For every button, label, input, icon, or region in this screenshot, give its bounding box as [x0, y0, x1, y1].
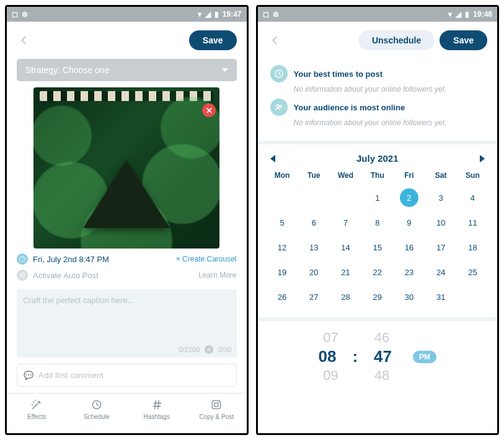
time-row-below: 09 : 48 [323, 367, 431, 384]
minute-selected[interactable]: 47 [374, 347, 392, 366]
calendar-day[interactable]: 30 [393, 288, 425, 306]
learn-more-link[interactable]: Learn More [198, 271, 236, 279]
calendar-day[interactable]: 25 [457, 263, 489, 281]
hash-count: 0/30 [218, 346, 231, 353]
audience-row[interactable]: Your audience is most online [270, 99, 485, 116]
phone-right: ◻ ⊚ ▾ ◢ ▮ 19:48 Unschedule Save [256, 5, 500, 435]
image-preview[interactable]: ✕ [33, 87, 219, 249]
wifi-icon: ▾ [448, 10, 452, 19]
best-times-title: Your best times to post [294, 69, 383, 79]
calendar-day[interactable]: 22 [361, 263, 393, 281]
caption-input[interactable]: Craft the perfect caption here... 0/2200… [17, 289, 237, 358]
status-left-icons: ◻ ⊚ [263, 10, 279, 19]
calendar-day[interactable]: 24 [425, 263, 457, 281]
auto-post-icon [17, 270, 28, 281]
back-icon[interactable] [17, 33, 30, 47]
ampm-toggle[interactable]: PM [413, 351, 436, 363]
calendar-day[interactable]: 18 [457, 238, 489, 257]
caption-counts: 0/2200 # 0/30 [179, 345, 231, 354]
calendar-day[interactable]: 15 [361, 238, 393, 257]
chevron-down-icon [222, 68, 228, 72]
save-button[interactable]: Save [189, 30, 237, 50]
calendar-day[interactable]: 26 [267, 288, 298, 306]
unschedule-button[interactable]: Unschedule [358, 30, 435, 50]
svg-point-8 [276, 105, 279, 107]
calendar-day[interactable]: 6 [298, 213, 330, 232]
auto-post-label[interactable]: Activate Auto Post [33, 271, 99, 280]
status-right-icons: ▾ ◢ ▮ 19:47 [198, 10, 242, 19]
calendar-day[interactable]: 21 [330, 263, 361, 281]
next-month-button[interactable] [480, 155, 485, 162]
schedule-time[interactable]: Fri, July 2nd 8:47 PM [33, 255, 109, 264]
hour-below: 09 [323, 367, 338, 384]
strategy-dropdown[interactable]: Strategy: Choose one [17, 59, 237, 81]
calendar-day[interactable]: 19 [267, 263, 298, 281]
calendar-day[interactable]: 9 [393, 213, 425, 232]
clock-icon-nav [91, 398, 103, 411]
calendar-day[interactable]: 10 [425, 213, 457, 232]
topbar: Unschedule Save [258, 22, 498, 59]
char-count: 0/2200 [179, 346, 200, 353]
app-right: Unschedule Save Your best times to post … [258, 22, 498, 433]
create-carousel-link[interactable]: + Create Carousel [176, 255, 237, 263]
audience-title: Your audience is most online [294, 103, 405, 112]
nav-effects-label: Effects [27, 413, 46, 420]
status-time: 19:48 [473, 10, 492, 19]
calendar-day[interactable]: 4 [457, 188, 489, 207]
nav-schedule[interactable]: Schedule [67, 394, 127, 425]
calendar-day[interactable]: 28 [330, 288, 361, 306]
audience-sub: No information about your online followe… [294, 118, 485, 127]
status-bar: ◻ ⊚ ▾ ◢ ▮ 19:47 [7, 7, 247, 22]
hash-icon [151, 398, 163, 411]
calendar-day[interactable]: 7 [330, 213, 361, 232]
calendar-day[interactable]: 31 [425, 288, 457, 306]
time-picker[interactable]: 07 : 46 08 : 47 PM 09 : 48 [258, 321, 498, 387]
calendar-day[interactable]: 13 [298, 238, 330, 257]
calendar-day [267, 188, 298, 207]
nav-effects[interactable]: Effects [7, 394, 67, 425]
minute-below: 48 [374, 367, 389, 384]
svg-point-6 [219, 402, 220, 403]
calendar-day[interactable]: 3 [425, 188, 457, 207]
hour-selected[interactable]: 08 [318, 347, 336, 366]
caption-placeholder: Craft the perfect caption here... [17, 289, 237, 311]
instagram-icon [210, 398, 223, 411]
calendar-day[interactable]: 29 [361, 288, 393, 306]
calendar-day[interactable]: 17 [425, 238, 457, 257]
best-times-sub: No information about your online followe… [294, 85, 485, 94]
dow-label: Sun [457, 171, 489, 182]
calendar-day[interactable]: 20 [298, 263, 330, 281]
calendar-day [457, 288, 489, 306]
calendar-day[interactable]: 8 [361, 213, 393, 232]
status-bar: ◻ ⊚ ▾ ◢ ▮ 19:48 [258, 7, 498, 22]
calendar-day[interactable]: 27 [298, 288, 330, 306]
calendar-day[interactable]: 5 [267, 213, 298, 232]
nav-copy-label: Copy & Post [199, 413, 234, 420]
calendar-day [298, 188, 330, 207]
calendar-day[interactable]: 14 [330, 238, 361, 257]
calendar-day[interactable]: 11 [457, 213, 489, 232]
calendar-day[interactable]: 12 [267, 238, 298, 257]
calendar-day[interactable]: 23 [393, 263, 425, 281]
dow-label: Tue [298, 171, 330, 182]
nav-copy-post[interactable]: Copy & Post [187, 394, 247, 425]
calendar-day[interactable]: 16 [393, 238, 425, 257]
wand-icon [30, 398, 43, 411]
first-comment-input[interactable]: 💬 Add first comment [17, 364, 237, 387]
save-button[interactable]: Save [440, 30, 487, 50]
hour-above: 07 [323, 330, 338, 346]
auto-post-row: Activate Auto Post Learn More [7, 270, 247, 286]
nav-hashtags[interactable]: Hashtags [126, 394, 187, 425]
calendar-day[interactable]: 2 [400, 188, 418, 207]
best-times-row[interactable]: Your best times to post [270, 65, 485, 82]
back-icon[interactable] [268, 33, 281, 47]
nav-hashtags-label: Hashtags [143, 413, 169, 420]
prev-month-button[interactable] [270, 155, 275, 162]
first-comment-placeholder: Add first comment [38, 371, 104, 380]
calendar-day[interactable]: 1 [361, 188, 393, 207]
app-icon-1: ◻ [263, 10, 269, 19]
remove-image-button[interactable]: ✕ [202, 103, 216, 117]
battery-icon: ▮ [214, 10, 219, 19]
hash-icon-small: # [205, 345, 213, 354]
image-preview-wrap: ✕ [7, 87, 247, 249]
